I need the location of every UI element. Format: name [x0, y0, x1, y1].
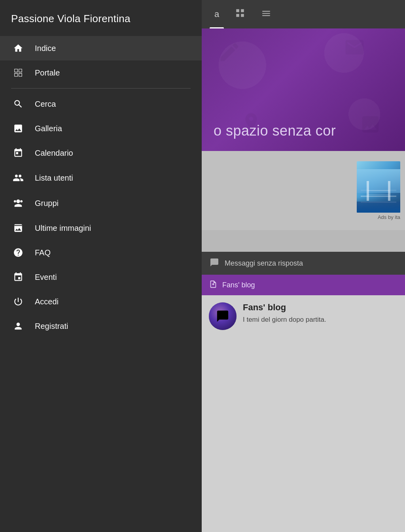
gallery-icon — [11, 123, 25, 134]
message-icon — [210, 258, 219, 269]
users-icon — [11, 172, 25, 183]
search-icon — [11, 99, 25, 109]
events-icon — [11, 272, 25, 282]
blog-text-area: Fans' blog I temi del giorn dopo partita… — [243, 302, 398, 324]
sidebar-item-portale[interactable]: Portale — [0, 60, 202, 85]
sidebar-label-eventi: Eventi — [35, 273, 57, 282]
sidebar-label-cerca: Cerca — [35, 100, 56, 109]
blog-avatar-wrapper — [209, 302, 237, 330]
app-title: Passione Viola Fiorentina — [0, 0, 202, 36]
faq-icon — [11, 247, 25, 258]
image-icon — [11, 223, 25, 233]
sidebar-item-gruppi[interactable]: Gruppi — [0, 191, 202, 216]
sidebar-label-ultime-immagini: Ultime immagini — [35, 224, 91, 233]
topbar: a — [202, 0, 405, 28]
sidebar-label-accedi: Accedi — [35, 297, 59, 306]
chat-bubble-icon — [216, 309, 229, 323]
fans-blog-header-title: Fans' blog — [222, 281, 255, 289]
sidebar-label-faq: FAQ — [35, 248, 51, 257]
calendar-icon — [11, 148, 25, 158]
sidebar-label-registrati: Registrati — [35, 322, 68, 331]
ads-by-text: Ads by ita — [378, 214, 400, 220]
tab-a-label: a — [214, 9, 219, 19]
sidebar-label-gruppi: Gruppi — [35, 199, 59, 208]
messages-row[interactable]: Messaggi senza risposta — [202, 252, 405, 275]
ad-thumbnail — [357, 161, 400, 213]
hero-text: o spazio senza cor — [214, 123, 336, 139]
grid-icon — [235, 8, 245, 21]
list-icon — [261, 8, 271, 20]
svg-point-1 — [14, 200, 16, 202]
sidebar-item-lista-utenti[interactable]: Lista utenti — [0, 165, 202, 191]
tab-a[interactable]: a — [206, 0, 227, 28]
tab-grid[interactable] — [227, 0, 253, 28]
fans-blog-icon — [209, 280, 218, 290]
fans-blog-content: Fans' blog I temi del giorn dopo partita… — [202, 295, 405, 532]
sidebar-item-calendario[interactable]: Calendario — [0, 141, 202, 165]
hero-banner: o spazio senza cor — [202, 28, 405, 151]
sidebar-item-accedi[interactable]: Accedi — [0, 289, 202, 314]
svg-point-0 — [20, 200, 23, 202]
main-content: a o spazio senza cor — [202, 0, 405, 532]
sidebar-label-calendario: Calendario — [35, 149, 73, 158]
sidebar-item-galleria[interactable]: Galleria — [0, 116, 202, 141]
gray-strip — [202, 230, 405, 252]
sidebar-item-faq[interactable]: FAQ — [0, 240, 202, 265]
sidebar-item-indice[interactable]: Indice — [0, 36, 202, 60]
sidebar: Passione Viola Fiorentina Indice Portale… — [0, 0, 202, 532]
ad-image-container: Ads by ita — [357, 161, 400, 220]
sidebar-item-registrati[interactable]: Registrati — [0, 314, 202, 338]
blog-avatar — [209, 302, 237, 330]
blog-post-excerpt: I temi del giorn dopo partita. — [243, 315, 398, 324]
messages-label: Messaggi senza risposta — [225, 259, 303, 268]
tab-list[interactable] — [253, 0, 279, 28]
nav-divider — [11, 88, 191, 89]
groups-icon — [11, 198, 25, 209]
register-icon — [11, 321, 25, 331]
home-icon — [11, 43, 25, 53]
sidebar-label-portale: Portale — [35, 68, 60, 77]
sidebar-item-ultime-immagini[interactable]: Ultime immagini — [0, 216, 202, 240]
sidebar-item-eventi[interactable]: Eventi — [0, 265, 202, 289]
sidebar-label-galleria: Galleria — [35, 124, 62, 133]
sidebar-label-indice: Indice — [35, 44, 56, 53]
fans-blog-header: Fans' blog — [202, 275, 405, 295]
portale-icon — [11, 68, 25, 78]
power-icon — [11, 296, 25, 307]
ad-section: Ads by ita — [202, 151, 405, 230]
sidebar-label-lista-utenti: Lista utenti — [35, 174, 73, 183]
blog-post-title: Fans' blog — [243, 302, 398, 313]
sidebar-item-cerca[interactable]: Cerca — [0, 92, 202, 116]
